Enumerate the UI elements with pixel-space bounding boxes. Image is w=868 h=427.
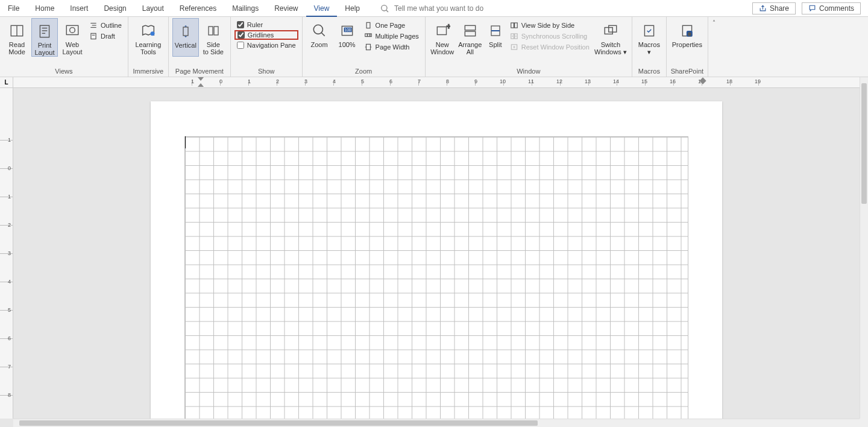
web-layout-label: Web Layout <box>59 41 86 55</box>
properties-button[interactable]: S Properties <box>670 18 704 55</box>
svg-rect-25 <box>365 34 367 37</box>
macros-button[interactable]: Macros▾ <box>636 18 662 55</box>
document-gridlines <box>184 136 688 427</box>
arrange-all-button[interactable]: Arrange All <box>457 18 483 55</box>
zoom-button[interactable]: Zoom <box>306 18 333 55</box>
views-group-label: Views <box>4 66 124 77</box>
one-page-icon <box>364 21 373 30</box>
svg-text:100: 100 <box>344 28 351 32</box>
hanging-indent-marker[interactable] <box>198 83 204 87</box>
document-page[interactable] <box>151 101 722 427</box>
tab-insert[interactable]: Insert <box>62 0 96 17</box>
vertical-button[interactable]: Vertical <box>172 18 199 57</box>
tab-view[interactable]: View <box>306 0 338 17</box>
tab-design[interactable]: Design <box>96 0 134 17</box>
view-side-by-side-label: View Side by Side <box>521 22 574 29</box>
draft-button[interactable]: Draft <box>87 31 124 41</box>
vertical-ruler[interactable]: 1012345678910 <box>0 88 13 419</box>
print-layout-button[interactable]: Print Layout <box>31 18 58 57</box>
svg-text:S: S <box>688 31 691 37</box>
one-page-label: One Page <box>376 22 406 29</box>
properties-icon: S <box>679 23 695 39</box>
hundred-percent-button[interactable]: 100 100% <box>334 18 360 55</box>
chevron-up-icon: ˄ <box>712 19 715 26</box>
read-mode-icon <box>9 23 25 39</box>
horizontal-ruler[interactable]: 1012345678910111213141516171819 <box>13 77 860 88</box>
scroll-corner <box>860 419 868 427</box>
horizontal-scroll-thumb[interactable] <box>19 420 538 426</box>
group-immersive: Learning Tools Immersive <box>128 17 169 77</box>
share-label: Share <box>770 4 789 13</box>
new-window-label: New Window <box>429 41 456 55</box>
tab-stop-selector[interactable]: L <box>0 77 13 88</box>
svg-rect-4 <box>40 25 49 37</box>
sync-scroll-icon <box>510 32 518 40</box>
side-to-side-button[interactable]: Side to Side <box>200 18 227 55</box>
svg-rect-8 <box>66 25 78 34</box>
group-window: + New Window Arrange All Split View Side… <box>426 17 632 77</box>
multiple-pages-button[interactable]: Multiple Pages <box>362 31 421 41</box>
reset-window-icon <box>510 43 518 51</box>
horizontal-scrollbar[interactable] <box>13 419 860 427</box>
read-mode-button[interactable]: Read Mode <box>4 18 30 55</box>
gridlines-check-input[interactable] <box>237 31 245 39</box>
outline-label: Outline <box>101 22 122 29</box>
group-show: Ruler Gridlines Navigation Pane Show <box>231 17 303 77</box>
learning-tools-icon <box>140 22 157 39</box>
view-side-by-side-button[interactable]: View Side by Side <box>508 21 592 30</box>
web-layout-icon <box>64 23 80 39</box>
svg-line-1 <box>386 10 388 11</box>
comments-button[interactable]: Comments <box>802 2 861 14</box>
svg-rect-32 <box>465 31 475 36</box>
vertical-scrollbar[interactable] <box>860 77 868 419</box>
hundred-icon: 100 <box>339 23 355 39</box>
zoom-group-label: Zoom <box>306 66 421 77</box>
first-line-indent-marker[interactable] <box>198 77 204 81</box>
gridlines-checkbox[interactable]: Gridlines <box>234 30 298 40</box>
tell-me-search[interactable]: Tell me what you want to do <box>380 4 483 13</box>
svg-point-15 <box>150 31 154 36</box>
draft-icon <box>89 32 98 40</box>
tab-layout[interactable]: Layout <box>134 0 172 17</box>
new-window-button[interactable]: + New Window <box>429 18 456 55</box>
svg-rect-16 <box>183 27 188 36</box>
svg-line-20 <box>321 33 324 36</box>
group-zoom: Zoom 100 100% One Page Multiple Pages Pa… <box>303 17 426 77</box>
web-layout-button[interactable]: Web Layout <box>59 18 86 55</box>
switch-windows-button[interactable]: Switch Windows ▾ <box>593 18 628 55</box>
reset-window-position-button: Reset Window Position <box>508 42 592 52</box>
read-mode-label: Read Mode <box>4 41 30 55</box>
tab-file[interactable]: File <box>0 0 27 17</box>
share-button[interactable]: Share <box>752 2 796 14</box>
tab-mailings[interactable]: Mailings <box>224 0 266 17</box>
tab-review[interactable]: Review <box>266 0 306 17</box>
side-to-side-icon <box>206 24 221 38</box>
tab-help[interactable]: Help <box>337 0 368 17</box>
collapse-ribbon-button[interactable]: ˄ <box>708 17 720 77</box>
ruler-checkbox[interactable]: Ruler <box>234 21 298 29</box>
share-icon <box>759 4 767 12</box>
vertical-scroll-thumb[interactable] <box>861 83 867 204</box>
split-button[interactable]: Split <box>485 18 506 55</box>
svg-rect-36 <box>514 23 517 28</box>
navigation-pane-check-input[interactable] <box>237 42 244 49</box>
svg-rect-13 <box>91 33 96 39</box>
learning-tools-button[interactable]: Learning Tools <box>132 18 165 55</box>
multiple-pages-label: Multiple Pages <box>376 33 419 40</box>
one-page-button[interactable]: One Page <box>362 21 421 30</box>
split-label: Split <box>485 41 506 55</box>
tab-references[interactable]: References <box>172 0 224 17</box>
chevron-down-icon: ▾ <box>647 48 651 55</box>
ruler-check-input[interactable] <box>237 21 244 28</box>
navigation-pane-checkbox[interactable]: Navigation Pane <box>234 41 298 49</box>
outline-button[interactable]: Outline <box>87 21 124 30</box>
page-width-button[interactable]: Page Width <box>362 42 421 52</box>
tab-home[interactable]: Home <box>27 0 62 17</box>
svg-rect-31 <box>465 25 475 30</box>
synchronous-scrolling-button: Synchronous Scrolling <box>508 31 592 41</box>
ribbon: Read Mode Print Layout Web Layout Outlin… <box>0 17 868 77</box>
page-width-icon <box>364 43 373 51</box>
print-layout-icon <box>37 24 52 39</box>
svg-rect-28 <box>366 44 370 49</box>
immersive-group-label: Immersive <box>132 66 165 77</box>
